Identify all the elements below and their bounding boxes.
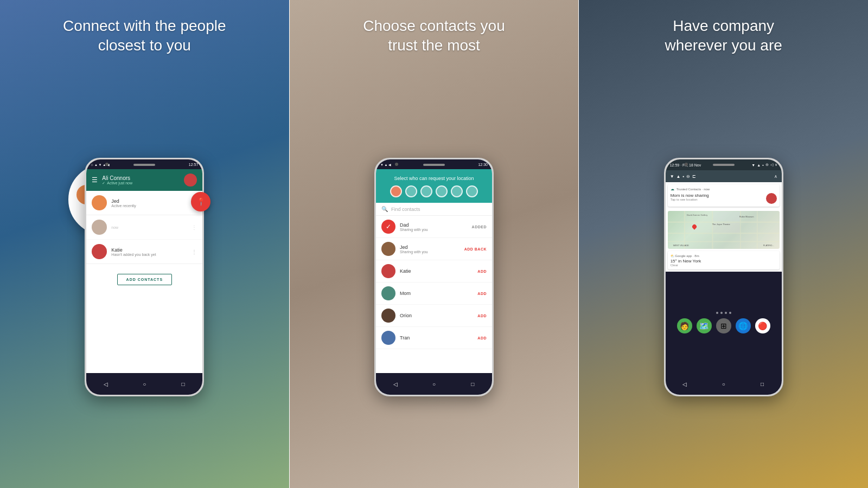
menu-icon[interactable]: ☰ (92, 176, 98, 184)
home-button-1[interactable]: ○ (140, 380, 149, 388)
collapse-icon[interactable]: ∧ (774, 174, 777, 179)
search-placeholder: Find contacts (391, 207, 420, 212)
trusted-contacts-notification[interactable]: ☁ Trusted Contacts · now Mom is now shar… (668, 184, 780, 207)
orion-action[interactable]: ADD (477, 314, 487, 318)
dot-4 (729, 312, 731, 314)
notif-subtitle: Tap to see location (671, 198, 764, 201)
signal-icon: ▲ (757, 163, 761, 167)
weather-notification[interactable]: ⛅ Google app · 8m 15° in New York Clear (668, 251, 780, 269)
contact-item-katie[interactable]: Katie Hasn't added you back yet ⋮ (86, 240, 202, 264)
contact-info-katie: Katie Hasn't added you back yet (111, 247, 187, 256)
contact-item-jed[interactable]: Jed Active recently ⋮ (86, 191, 202, 215)
avatar-row (381, 185, 487, 197)
search-bar[interactable]: 🔍 Find contacts (376, 203, 492, 216)
contact-status-2: now (111, 226, 187, 229)
katie-info: Katie (400, 268, 473, 274)
contact-name-jed: Jed (111, 198, 187, 204)
back-button-1[interactable]: ◁ (101, 380, 110, 388)
contact-item-dad[interactable]: ✓ Dad Sharing with you ADDED (376, 216, 492, 238)
browser-app-icon[interactable]: 🌐 (736, 318, 751, 333)
panel-choose: Choose contacts you trust the most ▼ ▲ ◀… (290, 0, 579, 488)
svg-rect-9 (713, 211, 739, 222)
panel-connect: Connect with the people closest to you J… (0, 0, 289, 488)
maps-app-icon[interactable]: 🗺️ (697, 318, 712, 333)
panel-company: Have company wherever you are 12:59 · Fr… (579, 0, 868, 488)
contact-status-jed: Active recently (111, 204, 187, 208)
panel-3-title: Have company wherever you are (643, 0, 804, 67)
phone-3-container: 12:59 · Fri, 18 Nov ▼ ▲ ▪ ⊖ ◁ ∨ ▼ ▲ (664, 67, 783, 488)
notif-header: ☁ Trusted Contacts · now (671, 187, 777, 191)
battery-icon: ▪ (762, 163, 763, 167)
notif-icon-2: ▲ (676, 174, 681, 179)
app-icons-row: 🧑 🗺️ ⊞ 🌐 🔴 (677, 318, 770, 333)
contacts-app-icon[interactable]: 🧑 (677, 318, 692, 333)
empty-slot-2 (420, 185, 432, 197)
tran-avatar (381, 331, 395, 345)
jed-sub-2: Sharing with you (400, 250, 460, 254)
dot-3 (725, 312, 727, 314)
contact-avatar-jed (92, 195, 107, 210)
chrome-app-icon[interactable]: 🔴 (755, 318, 770, 333)
weather-condition: Clear (671, 264, 777, 267)
panel-2-title: Choose contacts you trust the most (341, 0, 527, 67)
google-app-label: ⛅ Google app · 8m (671, 254, 699, 258)
recents-button-1[interactable]: □ (179, 380, 188, 388)
contact-item-katie-2[interactable]: Katie ADD (376, 260, 492, 282)
status-text: Active just now (107, 181, 132, 185)
dad-info: Dad Sharing with you (400, 222, 468, 232)
recents-button-3[interactable]: □ (758, 380, 767, 388)
contacts-header: Select who can request your location (376, 169, 492, 203)
jed-name-2: Jed (400, 245, 460, 250)
svg-rect-8 (685, 223, 712, 233)
expand-icon[interactable]: ∨ (775, 163, 777, 167)
contact-info-jed: Jed Active recently (111, 198, 187, 208)
phone-3-inner: 12:59 · Fri, 18 Nov ▼ ▲ ▪ ⊖ ◁ ∨ ▼ ▲ (666, 159, 782, 395)
contact-item-orion[interactable]: Orion ADD (376, 305, 492, 327)
map-label-2: The Joyce Theater (712, 223, 730, 226)
home-button-2[interactable]: ○ (430, 380, 438, 388)
notif-icons: ▼ ▲ ▪ ⊖ ⊏ (670, 174, 697, 179)
contact-item-2[interactable]: now ⋮ (86, 215, 202, 240)
add-contacts-area: ADD CONTACTS (86, 264, 202, 295)
contact-item-mom[interactable]: Mom ADD (376, 282, 492, 305)
wifi-icon: ▼ (751, 163, 755, 167)
phone-2: ▼ ▲ ◀ 12:30 Select who can request your … (374, 158, 494, 396)
map-label-4: WEST VILLAGE (673, 244, 689, 247)
apps-app-icon[interactable]: ⊞ (716, 318, 731, 333)
status-icons-2: ▼ ▲ ◀ (380, 163, 391, 166)
user-info: Ali Connors ✓ Active just now (102, 175, 180, 185)
phone-2-inner: ▼ ▲ ◀ 12:30 Select who can request your … (376, 159, 492, 395)
notif-text: Mom is now sharing Tap to see location (671, 193, 764, 201)
selected-avatar (390, 185, 402, 197)
search-icon: 🔍 (381, 206, 388, 212)
more-icon-katie[interactable]: ⋮ (192, 249, 197, 255)
add-contacts-button[interactable]: ADD CONTACTS (117, 274, 172, 285)
dad-action[interactable]: ADDED (472, 225, 487, 229)
map-view[interactable]: David Zwirner Gallery The Joyce Theater … (668, 211, 780, 249)
katie-action[interactable]: ADD (477, 269, 487, 273)
mom-action[interactable]: ADD (477, 292, 487, 296)
tran-action[interactable]: ADD (477, 336, 487, 340)
katie-name: Katie (400, 268, 473, 274)
mom-notif-avatar (766, 193, 777, 204)
orion-name: Orion (400, 313, 473, 318)
back-button-3[interactable]: ◁ (680, 380, 689, 388)
weather-header: ⛅ Google app · 8m (671, 254, 777, 258)
drawer-dots (716, 312, 731, 314)
jed-action[interactable]: ADD BACK (464, 247, 487, 251)
notif-icon-3: ▪ (683, 174, 685, 179)
mom-name: Mom (400, 291, 473, 296)
more-icon-2[interactable]: ⋮ (192, 224, 197, 230)
back-button-2[interactable]: ◁ (391, 380, 400, 388)
contact-item-jed-2[interactable]: Jed Sharing with you ADD BACK (376, 238, 492, 260)
phone-2-container: ▼ ▲ ◀ 12:30 Select who can request your … (374, 67, 494, 488)
notif-title: Mom is now sharing (671, 193, 764, 198)
contact-item-tran[interactable]: Tran ADD (376, 327, 492, 349)
home-button-3[interactable]: ○ (719, 380, 728, 388)
jed-avatar-2 (381, 242, 395, 256)
header-text: Select who can request your location (381, 176, 487, 181)
recents-button-2[interactable]: □ (468, 380, 477, 388)
status-check: ✓ (102, 181, 105, 185)
tran-name: Tran (400, 335, 473, 341)
location-fab[interactable]: 📍 (191, 192, 210, 211)
